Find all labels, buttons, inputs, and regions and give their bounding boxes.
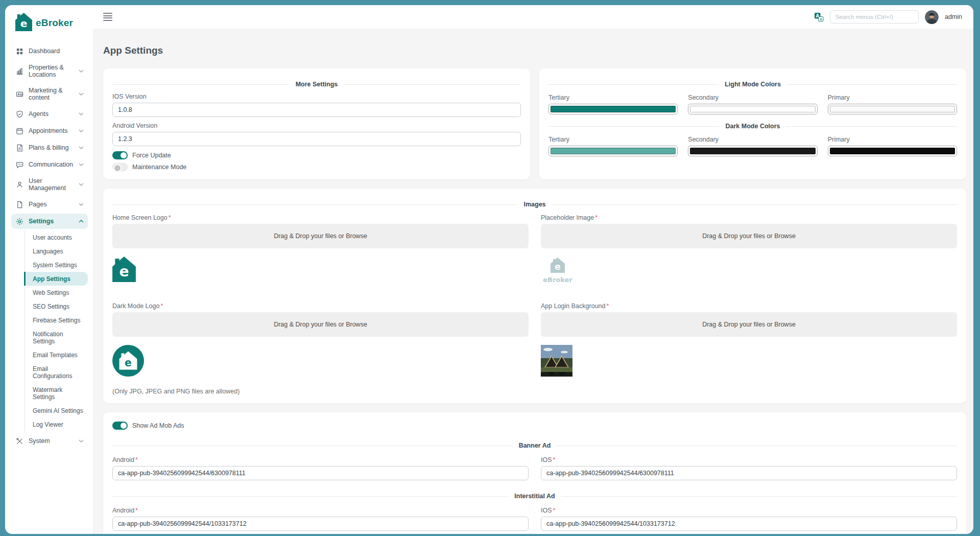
dark-mode-logo-image: e xyxy=(112,345,144,377)
submenu-item-watermark-settings[interactable]: Watermark Settings xyxy=(25,383,88,404)
light-tertiary-label: Tertiary xyxy=(548,94,678,101)
sidebar-item-communication[interactable]: Communication xyxy=(11,157,88,172)
android-version-input[interactable] xyxy=(112,132,521,146)
show-admob-ads-label: Show Ad Mob Ads xyxy=(132,422,184,429)
theme-colors-card: Light Mode Colors Tertiary Secondary Pri… xyxy=(539,68,966,179)
home-screen-logo-image: e xyxy=(112,257,136,282)
chevron-down-icon xyxy=(79,92,84,96)
interstitial-android-input[interactable] xyxy=(112,517,529,531)
sidebar-item-label: Communication xyxy=(29,161,73,168)
submenu-item-languages[interactable]: Languages xyxy=(25,244,88,258)
dark-tertiary-label: Tertiary xyxy=(548,136,678,143)
sidebar-nav: Dashboard Properties & Locations Marketi… xyxy=(5,39,93,449)
banner-ad-divider: Banner Ad xyxy=(112,442,957,449)
search-input[interactable] xyxy=(830,10,919,24)
sidebar-item-user-management[interactable]: User Management xyxy=(11,174,88,195)
shield-icon xyxy=(15,110,23,118)
svg-text:e: e xyxy=(20,17,28,30)
ad-box-icon xyxy=(15,90,23,98)
dark-mode-logo-label: Dark Mode Logo* xyxy=(112,302,529,310)
submenu-item-firebase-settings[interactable]: Firebase Settings xyxy=(25,313,88,327)
sidebar-item-label: Settings xyxy=(29,218,54,225)
submenu-item-email-templates[interactable]: Email Templates xyxy=(25,348,88,362)
light-secondary-color-picker[interactable] xyxy=(688,104,817,114)
chevron-down-icon xyxy=(79,439,84,442)
placeholder-logo-image: e eBroker xyxy=(541,257,575,288)
sidebar-item-label: Appointments xyxy=(29,127,67,134)
interstitial-ad-divider: Interstitial Ad xyxy=(112,493,957,500)
submenu-item-notification-settings[interactable]: Notification Settings xyxy=(25,327,88,348)
home-screen-logo-dropzone[interactable]: Drag & Drop your files or Browse xyxy=(112,224,529,248)
submenu-item-web-settings[interactable]: Web Settings xyxy=(25,286,88,299)
ios-version-input[interactable] xyxy=(112,103,521,117)
svg-text:e: e xyxy=(125,357,132,369)
show-admob-ads-toggle[interactable] xyxy=(112,422,128,430)
chevron-down-icon xyxy=(79,183,84,186)
sidebar-item-label: Marketing & content xyxy=(29,87,74,101)
force-update-label: Force Update xyxy=(132,152,171,159)
brand-name: eBroker xyxy=(36,17,73,29)
svg-text:a: a xyxy=(820,16,822,21)
app-login-background-block: App Login Background* Drag & Drop your f… xyxy=(541,297,957,395)
more-settings-divider: More Settings xyxy=(112,81,521,88)
sidebar-item-system[interactable]: System xyxy=(11,433,88,449)
page-title: App Settings xyxy=(103,45,966,56)
banner-ios-input[interactable] xyxy=(541,466,957,480)
home-screen-logo-block: Home Screen Logo* Drag & Drop your files… xyxy=(112,209,529,297)
username-label: admin xyxy=(945,13,962,20)
light-tertiary-color-picker[interactable] xyxy=(548,104,678,114)
sidebar-item-settings[interactable]: Settings xyxy=(11,214,88,229)
sidebar-item-label: Plans & billing xyxy=(29,144,69,151)
sidebar-item-label: Dashboard xyxy=(29,48,60,55)
maintenance-mode-toggle[interactable] xyxy=(112,163,128,171)
dark-primary-color-picker[interactable] xyxy=(828,146,957,156)
submenu-item-gemini-ai-settings[interactable]: Gemini AI Settings xyxy=(25,404,88,417)
sidebar-item-appointments[interactable]: Appointments xyxy=(11,123,88,138)
chevron-down-icon xyxy=(79,69,84,73)
dark-mode-logo-dropzone[interactable]: Drag & Drop your files or Browse xyxy=(112,312,529,337)
submenu-item-log-viewer[interactable]: Log Viewer xyxy=(25,417,88,431)
submenu-item-system-settings[interactable]: System Settings xyxy=(25,258,88,272)
app-login-background-dropzone[interactable]: Drag & Drop your files or Browse xyxy=(541,312,957,337)
app-login-background-preview xyxy=(541,345,957,383)
sidebar-item-marketing-content[interactable]: Marketing & content xyxy=(11,83,88,105)
sidebar-item-label: Agents xyxy=(29,110,49,118)
banner-ios-label: IOS* xyxy=(541,456,957,463)
page-icon xyxy=(15,200,23,208)
dark-secondary-color-picker[interactable] xyxy=(688,146,817,156)
interstitial-android-label: Android* xyxy=(112,507,529,514)
brand-logo[interactable]: e eBroker xyxy=(5,5,93,39)
submenu-item-app-settings[interactable]: App Settings xyxy=(24,272,88,286)
light-primary-color-picker[interactable] xyxy=(828,104,957,114)
dark-primary-label: Primary xyxy=(828,136,957,143)
hamburger-menu-icon[interactable] xyxy=(103,13,112,21)
sidebar-item-pages[interactable]: Pages xyxy=(11,197,88,212)
image-note: (Only JPG, JPEG and PNG files are allowe… xyxy=(112,388,529,395)
sidebar-item-dashboard[interactable]: Dashboard xyxy=(11,43,88,59)
gear-icon xyxy=(15,217,23,225)
dark-tertiary-color-picker[interactable] xyxy=(548,146,678,156)
submenu-item-email-configurations[interactable]: Email Configurations xyxy=(25,362,88,383)
app-frame: e eBroker Dashboard Properties & Locatio… xyxy=(5,5,973,534)
translate-icon[interactable]: A a xyxy=(814,12,824,22)
interstitial-ios-input[interactable] xyxy=(541,517,957,531)
user-icon xyxy=(15,180,23,189)
sidebar-item-agents[interactable]: Agents xyxy=(11,106,88,122)
chat-bubble-icon xyxy=(15,160,23,169)
settings-submenu: User accounts Languages System Settings … xyxy=(25,230,88,431)
android-version-label: Android Version xyxy=(112,122,521,129)
avatar[interactable] xyxy=(925,10,939,24)
submenu-item-seo-settings[interactable]: SEO Settings xyxy=(25,299,88,313)
dark-mode-logo-preview: e xyxy=(112,345,529,383)
force-update-toggle[interactable] xyxy=(112,151,128,159)
interstitial-ios-label: IOS* xyxy=(541,507,957,514)
admob-ads-card: Show Ad Mob Ads Banner Ad Android* IOS* xyxy=(103,412,966,534)
placeholder-image-dropzone[interactable]: Drag & Drop your files or Browse xyxy=(541,224,957,248)
sidebar-item-properties-locations[interactable]: Properties & Locations xyxy=(11,60,88,82)
banner-android-input[interactable] xyxy=(112,466,529,480)
svg-text:e: e xyxy=(119,263,129,280)
sidebar-item-plans-billing[interactable]: Plans & billing xyxy=(11,140,88,155)
submenu-item-user-accounts[interactable]: User accounts xyxy=(25,230,88,244)
svg-text:eBroker: eBroker xyxy=(543,276,572,284)
invoice-icon xyxy=(15,144,23,152)
